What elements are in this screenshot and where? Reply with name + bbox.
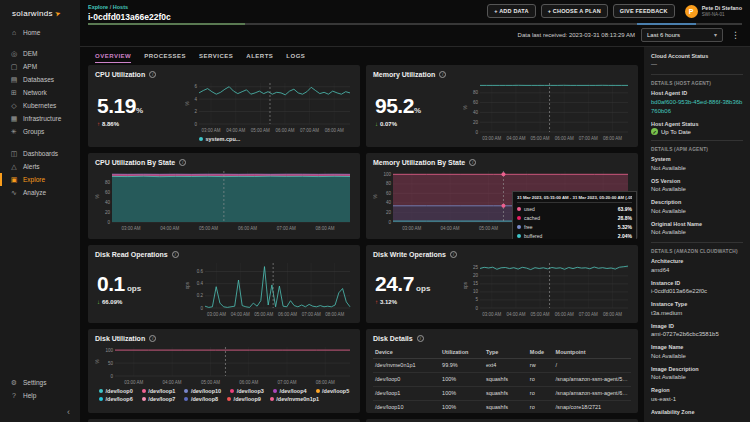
- sidebar-item-groups[interactable]: ✳Groups: [0, 125, 80, 138]
- time-range-dropdown[interactable]: Last 6 hours ▾: [641, 28, 723, 42]
- panel-network-in: Network In: [88, 419, 360, 422]
- legend-label: /dev/loop4: [279, 388, 306, 394]
- svg-text:0: 0: [107, 219, 110, 224]
- details-field-label: Region: [651, 387, 743, 393]
- divider: [651, 242, 743, 243]
- add-data-button[interactable]: + ADD DATA: [487, 4, 535, 18]
- sidebar-item-home[interactable]: ⌂Home: [0, 26, 80, 38]
- memory-chart[interactable]: 03:00 AM04:00 AM05:00 AM06:00 AM07:00 AM…: [463, 80, 631, 142]
- divider: [651, 140, 743, 141]
- solarwinds-logo[interactable]: solarwinds ➤: [0, 0, 80, 26]
- legend-label: system.cpu...: [206, 136, 241, 142]
- avatar[interactable]: P: [685, 5, 698, 18]
- tooltip-row: free5.32%: [517, 224, 632, 230]
- info-icon[interactable]: [172, 251, 179, 258]
- svg-text:03:00 AM: 03:00 AM: [482, 135, 501, 140]
- sidebar-item-alerts[interactable]: △Alerts: [0, 160, 80, 173]
- disk-utilization-chart[interactable]: 03:00 AM04:00 AM05:00 AM06:00 AM07:00 AM…: [95, 344, 353, 386]
- tab-services[interactable]: SERVICES: [199, 53, 233, 63]
- legend-item[interactable]: /dev/loop10: [184, 388, 221, 394]
- legend-dot: [273, 389, 277, 393]
- legend-item[interactable]: /dev/loop3: [230, 388, 264, 394]
- panel-title: CPU Utilization: [95, 71, 145, 78]
- panel-network-out: Network Out: [366, 419, 638, 422]
- sidebar-item-help[interactable]: ?Help: [0, 389, 80, 401]
- disk-read-chart[interactable]: 03:00 AM04:00 AM05:00 AM06:00 AM07:00 AM…: [185, 260, 353, 318]
- disk-write-chart[interactable]: 03:00 AM04:00 AM05:00 AM06:00 AM07:00 AM…: [463, 260, 631, 318]
- main-column: Explore / Hosts i-0cdfd013a66e22f0c + AD…: [80, 0, 750, 422]
- delta-value: 3.12%: [380, 299, 397, 305]
- sidebar-item-analyze[interactable]: ∿Analyze: [0, 186, 80, 199]
- info-icon[interactable]: [417, 335, 424, 342]
- legend-item[interactable]: system.cpu...: [199, 136, 240, 142]
- tab-overview[interactable]: OVERVIEW: [95, 53, 131, 63]
- info-icon[interactable]: [149, 71, 156, 78]
- svg-text:06:00 AM: 06:00 AM: [278, 311, 297, 316]
- disk-read-value: 0.1 ops: [97, 273, 185, 294]
- info-icon[interactable]: [450, 251, 457, 258]
- svg-text:07:00 AM: 07:00 AM: [579, 311, 598, 316]
- svg-text:05:00 AM: 05:00 AM: [531, 311, 550, 316]
- user-menu[interactable]: P Pete Di Stefano SWI-NA-01: [685, 5, 742, 18]
- breadcrumb-hosts[interactable]: Hosts: [113, 4, 128, 10]
- svg-text:08:00 AM: 08:00 AM: [603, 311, 622, 316]
- svg-text:04:00 AM: 04:00 AM: [506, 135, 525, 140]
- svg-text:ops: ops: [185, 281, 190, 289]
- legend-item[interactable]: /dev/nvme0n1p1: [270, 396, 319, 402]
- sidebar-item-explore[interactable]: ▣Explore: [0, 173, 80, 186]
- groups-icon: ✳: [10, 128, 18, 136]
- table-row: /dev/nvme0n1p199.9%ext4rw/: [373, 358, 631, 372]
- details-field-label: Host Agent ID: [651, 90, 743, 96]
- sidebar-nav: ⌂Home◎DEM▢APM▤Databases⊞Network◇Kubernet…: [0, 26, 80, 376]
- tab-logs[interactable]: LOGS: [286, 53, 305, 63]
- svg-text:%: %: [95, 359, 100, 363]
- sidebar-collapse-icon[interactable]: ‹: [0, 403, 80, 422]
- sidebar-item-dashboards[interactable]: ◫Dashboards: [0, 147, 80, 160]
- legend-item[interactable]: /dev/loop7: [142, 396, 176, 402]
- info-icon[interactable]: [179, 159, 186, 166]
- tab-alerts[interactable]: ALERTS: [246, 53, 273, 63]
- tooltip-series-label: cached: [524, 215, 540, 221]
- details-field-label: System: [651, 156, 743, 162]
- sidebar-item-settings[interactable]: ⚙Settings: [0, 376, 80, 389]
- cpu-by-state-chart[interactable]: 03:00 AM04:00 AM05:00 AM06:00 AM07:00 AM…: [95, 168, 353, 232]
- legend-item[interactable]: /dev/loop8: [184, 396, 218, 402]
- svg-text:08:00 AM: 08:00 AM: [325, 127, 344, 132]
- sidebar-item-network[interactable]: ⊞Network: [0, 86, 80, 99]
- info-icon[interactable]: [149, 335, 156, 342]
- breadcrumb-explore[interactable]: Explore: [88, 4, 108, 10]
- give-feedback-button[interactable]: GIVE FEEDBACK: [613, 4, 675, 18]
- panel-title: Disk Utilization: [95, 335, 145, 342]
- tooltip-row: cached28.8%: [517, 215, 632, 221]
- sidebar-item-dem[interactable]: ◎DEM: [0, 47, 80, 60]
- cpu-chart[interactable]: 03:00 AM04:00 AM05:00 AM06:00 AM07:00 AM…: [185, 80, 353, 134]
- app-root: solarwinds ➤ ⌂Home◎DEM▢APM▤Databases⊞Net…: [0, 0, 750, 422]
- details-field-value[interactable]: bd0af600-953b-45ed-886f-38b36b760b06: [651, 98, 743, 116]
- legend-item[interactable]: /dev/loop9: [227, 396, 261, 402]
- legend-item[interactable]: /dev/loop0: [99, 388, 133, 394]
- kebab-menu-icon[interactable]: ⋮: [729, 30, 742, 40]
- tooltip-row: used63.9%: [517, 206, 632, 212]
- sidebar-bottom: ⚙Settings?Help: [0, 376, 80, 403]
- sidebar-item-databases[interactable]: ▤Databases: [0, 73, 80, 86]
- details-field: Original Host NameNot Available: [651, 221, 743, 238]
- tab-processes[interactable]: PROCESSES: [144, 53, 186, 63]
- sidebar-item-kubernetes[interactable]: ◇Kubernetes: [0, 99, 80, 112]
- legend-item[interactable]: /dev/loop1: [142, 388, 176, 394]
- sidebar-item-apm[interactable]: ▢APM: [0, 60, 80, 73]
- legend-dot: [99, 389, 103, 393]
- sidebar-item-label: Groups: [23, 128, 44, 135]
- sidebar-item-infrastructure[interactable]: ▦Infrastructure: [0, 112, 80, 125]
- svg-text:0.4: 0.4: [197, 281, 204, 286]
- legend-dot: [184, 389, 188, 393]
- legend-item[interactable]: /dev/loop5: [316, 388, 350, 394]
- disk-details-body: /dev/nvme0n1p199.9%ext4rw//dev/loop0100%…: [373, 358, 631, 413]
- svg-text:20: 20: [105, 209, 111, 214]
- tooltip-timerange: 31 Mar 2023, 05:15:00 AM - 31 Mar 2023, …: [517, 195, 632, 204]
- table-cell: /snap/amazon-ssm-agent/5656: [554, 372, 631, 386]
- legend-item[interactable]: /dev/loop4: [273, 388, 307, 394]
- legend-item[interactable]: /dev/loop6: [99, 396, 133, 402]
- info-icon[interactable]: [439, 71, 446, 78]
- choose-a-plan-button[interactable]: + CHOOSE A PLAN: [541, 4, 608, 18]
- info-icon[interactable]: [469, 159, 476, 166]
